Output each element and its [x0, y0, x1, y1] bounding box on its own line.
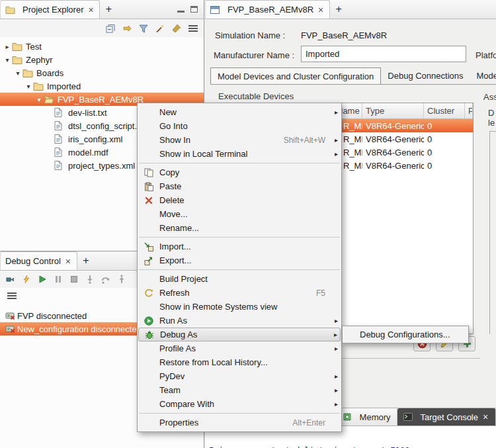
menu-item-show-in[interactable]: Show InShift+Alt+W: [138, 133, 341, 147]
executable-devices-title: Executable Devices: [218, 91, 294, 101]
config-subtabs: Model Devices and Cluster Configuration …: [210, 67, 496, 85]
submenu-arrow-icon: [330, 317, 338, 324]
editor-tabbar: FVP_BaseR_AEMv8R: [205, 0, 496, 19]
tree-item-boards[interactable]: Boards: [0, 66, 204, 79]
pin-icon[interactable]: [171, 23, 182, 34]
menu-item-properties[interactable]: PropertiesAlt+Enter: [138, 416, 341, 429]
column-header-type[interactable]: Type: [362, 103, 424, 118]
project-explorer-toolbar: [0, 19, 204, 37]
folder-open-icon: [44, 95, 55, 104]
file-icon: [54, 134, 65, 144]
menu-item-run-as[interactable]: Run As: [138, 314, 341, 328]
editor-window-icon: [210, 6, 222, 14]
tab-label: Debug Control: [5, 256, 61, 266]
menu-item-debug-as[interactable]: Debug As: [138, 328, 341, 341]
menu-item-new[interactable]: New: [138, 105, 341, 119]
menu-item-rename[interactable]: Rename...: [138, 221, 341, 235]
window-buttons: [177, 0, 204, 19]
manufacturer-name-input[interactable]: [301, 46, 466, 62]
menu-item-restore-from-local-history[interactable]: Restore from Local History...: [138, 355, 341, 369]
tab-target-console[interactable]: Target Console: [397, 408, 496, 426]
column-header-cluster[interactable]: Cluster: [424, 103, 465, 118]
explorer-icon: [5, 5, 17, 14]
new-view-tab-button[interactable]: [77, 251, 95, 270]
menu-item-pydev[interactable]: PyDev: [138, 369, 341, 383]
menu-item-show-in-local-terminal[interactable]: Show in Local Terminal: [138, 147, 341, 161]
step-over-icon[interactable]: [100, 274, 111, 285]
platform-label: Platfor: [475, 50, 496, 60]
step-into-icon[interactable]: [84, 274, 95, 285]
project-icon: [12, 55, 23, 64]
tab-fvp-baser-aemv8r-editor[interactable]: FVP_BaseR_AEMv8R: [205, 0, 330, 19]
tab-model-launch[interactable]: Model Laun: [470, 67, 496, 84]
tab-project-explorer[interactable]: Project Explorer: [0, 0, 100, 19]
memory-chip-icon: [343, 412, 354, 422]
debug-as-submenu: Debug Configurations...: [342, 326, 469, 343]
menu-item-debug-configurations[interactable]: Debug Configurations...: [343, 330, 450, 339]
menu-item-show-in-remote-systems-view[interactable]: Show in Remote Systems view: [138, 300, 341, 314]
tree-item-imported[interactable]: Imported: [0, 79, 204, 93]
menu-item-go-into[interactable]: Go Into: [138, 119, 341, 133]
submenu-arrow-icon: [330, 400, 338, 408]
submenu-arrow-icon: [330, 386, 338, 394]
menu-item-paste[interactable]: Paste: [138, 179, 341, 193]
expand-arrow-icon[interactable]: [3, 56, 12, 64]
expand-arrow-icon[interactable]: [34, 96, 44, 103]
customize-view-icon[interactable]: [154, 23, 165, 34]
submenu-arrow-icon: [329, 331, 337, 338]
file-icon: [54, 108, 65, 117]
tab-debug-control[interactable]: Debug Control: [0, 251, 77, 270]
menu-item-profile-as[interactable]: Profile As: [138, 341, 341, 355]
new-view-tab-button[interactable]: [100, 0, 117, 19]
menu-item-import[interactable]: Import...: [138, 240, 341, 253]
import-icon: [138, 242, 159, 251]
tree-item-zephyr[interactable]: Zephyr: [0, 53, 204, 66]
paste-icon: [138, 182, 159, 191]
delete-icon: [138, 197, 159, 204]
expand-arrow-icon[interactable]: [24, 83, 33, 90]
flash-device-icon[interactable]: [21, 274, 32, 285]
expand-arrow-icon[interactable]: [3, 43, 12, 50]
pause-icon[interactable]: [52, 274, 63, 285]
tab-label: Project Explorer: [22, 5, 83, 15]
step-return-icon[interactable]: [116, 274, 127, 285]
view-menu-icon[interactable]: [187, 23, 198, 34]
close-icon[interactable]: [317, 5, 325, 15]
menu-separator: [139, 237, 340, 238]
refresh-icon: [138, 289, 159, 298]
view-menu-icon[interactable]: [6, 291, 17, 301]
file-icon: [54, 148, 65, 157]
simulation-name-value: FVP_BaseR_AEMv8R: [301, 30, 387, 40]
menu-item-refresh[interactable]: RefreshF5: [138, 286, 341, 300]
tab-model-devices[interactable]: Model Devices and Cluster Configuration: [210, 67, 381, 84]
stop-icon[interactable]: [68, 274, 79, 285]
menu-item-team[interactable]: Team: [138, 383, 341, 397]
debug-icon: [139, 330, 160, 339]
link-with-editor-icon[interactable]: [121, 23, 132, 34]
maximize-icon[interactable]: [190, 6, 198, 13]
menu-item-compare-with[interactable]: Compare With: [138, 397, 341, 411]
continue-icon[interactable]: [36, 274, 48, 285]
menu-item-build-project[interactable]: Build Project: [138, 272, 341, 286]
column-header-p[interactable]: P: [465, 103, 473, 118]
side-text-fragment: D: [488, 108, 494, 118]
new-editor-tab-button[interactable]: [330, 0, 347, 19]
menu-item-copy[interactable]: Copy: [138, 165, 341, 179]
menu-separator: [139, 269, 340, 270]
expand-arrow-icon[interactable]: [13, 69, 22, 77]
close-icon[interactable]: [481, 412, 489, 422]
submenu-arrow-icon: [330, 109, 338, 116]
menu-item-export[interactable]: Export...: [138, 253, 341, 267]
close-icon[interactable]: [87, 5, 95, 15]
collapse-all-icon[interactable]: [104, 23, 116, 34]
filter-icon[interactable]: [138, 23, 149, 34]
menu-item-move[interactable]: Move...: [138, 207, 341, 221]
tree-item-test[interactable]: Test: [0, 40, 204, 53]
menu-item-delete[interactable]: Delete: [138, 193, 341, 207]
tab-memory[interactable]: Memory: [337, 408, 397, 426]
tab-debug-connections[interactable]: Debug Connections: [381, 67, 470, 84]
close-icon[interactable]: [64, 257, 72, 266]
minimize-icon[interactable]: [177, 11, 185, 13]
file-icon: [54, 121, 65, 130]
connect-target-icon[interactable]: [5, 274, 16, 285]
